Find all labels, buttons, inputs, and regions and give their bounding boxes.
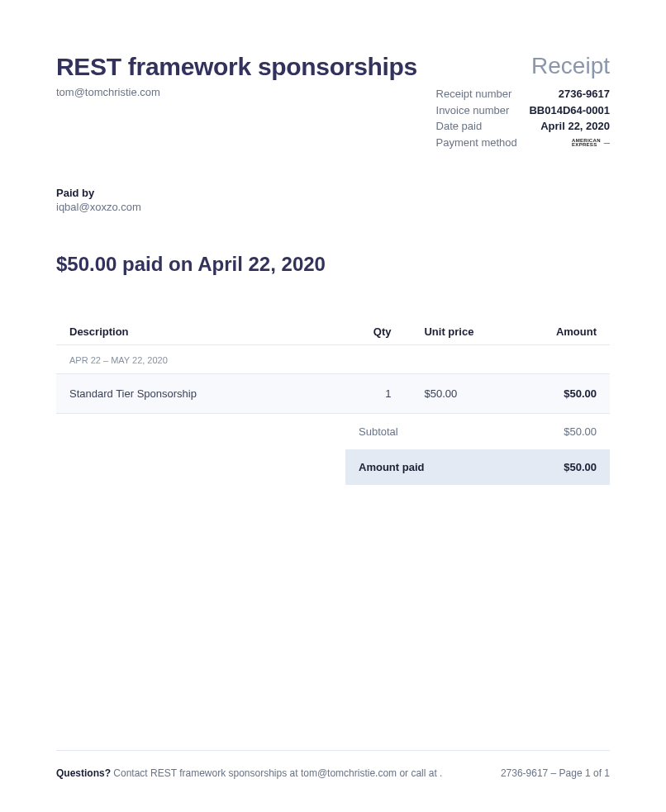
meta-value: April 22, 2020 [540,118,610,135]
item-qty: 1 [345,387,392,400]
meta-receipt-number: Receipt number 2736-9617 [436,86,610,102]
meta-label: Payment method [436,135,517,151]
meta-invoice-number: Invoice number BB014D64-0001 [436,102,610,119]
page-footer: Questions? Contact REST framework sponso… [56,750,610,779]
th-description: Description [69,325,345,338]
meta-date-paid: Date paid April 22, 2020 [436,118,610,135]
item-amount: $50.00 [502,387,597,400]
payment-summary: $50.00 paid on April 22, 2020 [56,253,610,276]
item-description: Standard Tier Sponsorship [69,387,345,400]
meta-value: AMERICANEXPRESS– [572,135,610,151]
contact-text: Contact REST framework sponsorships at t… [111,767,442,779]
questions-label: Questions? [56,767,111,779]
footer-contact: Questions? Contact REST framework sponso… [56,767,442,779]
card-suffix: – [604,136,610,149]
amex-icon: AMERICANEXPRESS [572,139,601,148]
th-amount: Amount [502,325,597,338]
meta-value: 2736-9617 [559,86,610,102]
meta-label: Invoice number [436,102,510,119]
subtotal-row: Subtotal $50.00 [345,414,610,449]
table-row: Standard Tier Sponsorship 1 $50.00 $50.0… [56,374,610,414]
billing-period: APR 22 – MAY 22, 2020 [56,345,610,374]
meta-payment-method: Payment method AMERICANEXPRESS– [436,135,610,151]
amount-paid-value: $50.00 [564,461,597,473]
line-items-table: Description Qty Unit price Amount APR 22… [56,319,610,485]
totals-section: Subtotal $50.00 Amount paid $50.00 [56,414,610,485]
receipt-meta: Receipt number 2736-9617 Invoice number … [436,86,610,150]
amount-paid-label: Amount paid [359,461,424,473]
meta-value: BB014D64-0001 [529,102,610,119]
subtotal-label: Subtotal [359,425,398,438]
meta-label: Date paid [436,118,483,135]
receipt-label: Receipt [531,53,610,79]
meta-label: Receipt number [436,86,512,102]
amount-paid-row: Amount paid $50.00 [345,449,610,485]
from-email: tom@tomchristie.com [56,86,160,98]
paid-by-label: Paid by [56,187,610,199]
th-unit-price: Unit price [391,325,502,338]
page-info: 2736-9617 – Page 1 of 1 [501,767,610,779]
merchant-title: REST framework sponsorships [56,53,417,81]
th-qty: Qty [345,325,392,338]
subtotal-value: $50.00 [564,425,597,438]
header-row: REST framework sponsorships Receipt [56,53,610,81]
item-unit-price: $50.00 [391,387,502,400]
receipt-page: REST framework sponsorships Receipt tom@… [0,0,666,485]
paid-by-block: Paid by iqbal@xoxzo.com [56,187,610,213]
paid-by-email: iqbal@xoxzo.com [56,201,610,213]
table-header: Description Qty Unit price Amount [56,319,610,345]
from-meta-row: tom@tomchristie.com Receipt number 2736-… [56,86,610,150]
